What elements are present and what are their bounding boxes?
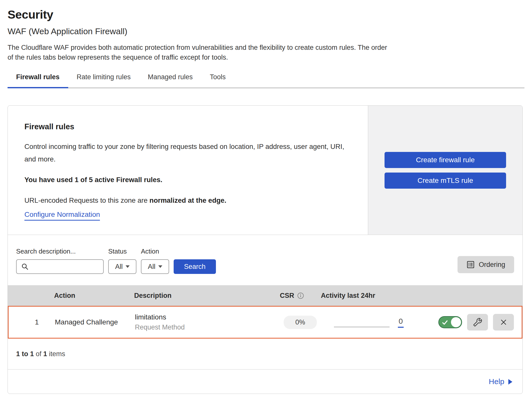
ordering-button[interactable]: Ordering (458, 256, 514, 273)
tab-rate-limiting-rules[interactable]: Rate limiting rules (77, 73, 131, 88)
activity-count-link[interactable]: 0 (398, 317, 404, 328)
wrench-icon (473, 318, 482, 326)
status-dropdown[interactable]: All (108, 259, 136, 274)
pagination-items: items (47, 350, 65, 358)
action-field-group: Action All (141, 248, 169, 274)
ordering-list-icon (466, 260, 475, 269)
pagination-total: 1 (43, 350, 47, 358)
pagination-summary: 1 to 1 of 1 items (8, 339, 522, 369)
pagination-of: of (34, 350, 44, 358)
waf-tab-bar: Firewall rules Rate limiting rules Manag… (8, 73, 524, 88)
toggle-knob (451, 317, 461, 327)
status-dropdown-value: All (115, 263, 123, 271)
search-icon (21, 263, 29, 270)
pagination-range: 1 to 1 (16, 350, 34, 358)
normalization-note-bold: normalized at the edge. (149, 196, 226, 204)
search-input[interactable] (32, 263, 103, 271)
ordering-button-label: Ordering (479, 261, 505, 269)
help-link-label: Help (489, 377, 504, 386)
status-label: Status (108, 248, 136, 255)
rules-table-header: Action Description CSR Activity last 24h… (8, 285, 522, 306)
filter-toolbar: Search description... Status All Action (8, 235, 522, 285)
usage-summary: You have used 1 of 5 active Firewall rul… (24, 176, 351, 184)
tab-tools[interactable]: Tools (210, 73, 226, 88)
normalization-note-prefix: URL-encoded Requests to this zone are (24, 196, 149, 204)
rule-activity-cell: 0 (322, 307, 413, 338)
table-row: 1 Managed Challenge limitations Request … (8, 306, 522, 339)
create-firewall-rule-button[interactable]: Create firewall rule (385, 152, 506, 168)
normalization-note: URL-encoded Requests to this zone are no… (24, 196, 351, 204)
csr-badge: 0% (284, 316, 317, 329)
page-title: Security (8, 8, 524, 21)
column-header-action: Action (38, 292, 126, 300)
create-mtls-rule-button[interactable]: Create mTLS rule (385, 173, 506, 189)
rule-enabled-toggle[interactable] (438, 316, 462, 328)
rule-index: 1 (9, 318, 39, 326)
overview-text-panel: Firewall rules Control incoming traffic … (8, 106, 368, 235)
column-header-activity: Activity last 24hr (321, 292, 412, 300)
close-icon (500, 318, 508, 326)
arrow-right-icon (508, 379, 512, 385)
column-header-description: Description (126, 292, 263, 300)
action-dropdown-value: All (148, 263, 155, 271)
firewall-rules-overview: Firewall rules Control incoming traffic … (8, 106, 522, 235)
search-field-group: Search description... (16, 248, 104, 274)
page-subtitle: WAF (Web Application Firewall) (8, 26, 524, 36)
csr-header-label: CSR (280, 292, 294, 300)
search-button[interactable]: Search (174, 259, 216, 274)
tab-managed-rules[interactable]: Managed rules (148, 73, 193, 88)
rule-action: Managed Challenge (39, 318, 127, 326)
chevron-down-icon (126, 265, 130, 268)
activity-sparkline (334, 327, 390, 327)
search-description-label: Search description... (16, 248, 104, 255)
status-field-group: Status All (108, 248, 136, 274)
page-intro: The Cloudflare WAF provides both automat… (8, 43, 393, 62)
rule-controls-cell (413, 314, 522, 331)
action-label: Action (141, 248, 169, 255)
check-icon (442, 319, 448, 326)
firewall-rules-card: Firewall rules Control incoming traffic … (8, 105, 523, 394)
info-icon[interactable] (297, 292, 304, 299)
rule-csr-cell: 0% (264, 316, 322, 329)
delete-rule-button[interactable] (493, 314, 514, 331)
chevron-down-icon (158, 265, 162, 268)
help-link[interactable]: Help (489, 377, 512, 386)
panel-description: Control incoming traffic to your zone by… (24, 140, 351, 165)
rule-description-cell: limitations Request Method (127, 313, 264, 331)
create-actions-panel: Create firewall rule Create mTLS rule (368, 106, 522, 235)
rule-description-sub: Request Method (135, 323, 264, 331)
help-row: Help (8, 369, 522, 394)
action-dropdown[interactable]: All (141, 259, 169, 274)
security-waf-page: Security WAF (Web Application Firewall) … (0, 0, 532, 394)
column-header-csr: CSR (263, 292, 321, 300)
panel-heading: Firewall rules (24, 122, 351, 131)
edit-rule-button[interactable] (467, 314, 488, 331)
rule-description: limitations (135, 313, 264, 321)
configure-normalization-link[interactable]: Configure Normalization (24, 211, 100, 221)
tab-firewall-rules[interactable]: Firewall rules (8, 73, 68, 88)
search-input-box[interactable] (16, 259, 104, 274)
